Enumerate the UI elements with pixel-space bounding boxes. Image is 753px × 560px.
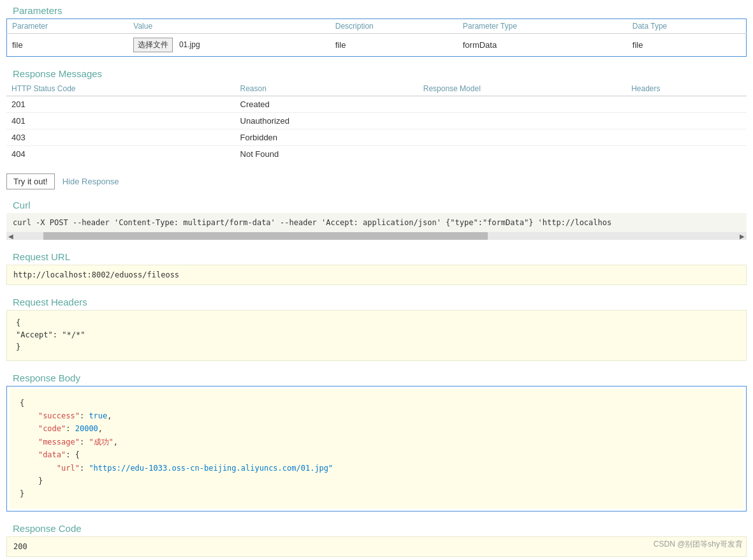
json-line6: "url": "https://edu-1033.oss-cn-beijing.…	[20, 462, 733, 475]
parameters-table: Parameter Value Description Parameter Ty…	[6, 18, 747, 57]
json-line2: "success": true,	[20, 409, 733, 422]
col-data-type: Data Type	[627, 19, 747, 34]
table-row: file 选择文件 01.jpg file formData file	[7, 34, 747, 57]
col-reason: Reason	[235, 82, 418, 96]
response-body-heading: Response Body	[6, 367, 747, 386]
col-status-code: HTTP Status Code	[6, 82, 235, 96]
try-it-button[interactable]: Try it out!	[6, 173, 55, 189]
reason: Forbidden	[235, 129, 418, 146]
param-data-type: file	[627, 34, 747, 57]
watermark: CSDN @别团等shy哥发育	[654, 539, 743, 550]
param-description: file	[330, 34, 458, 57]
col-description: Description	[330, 19, 458, 34]
request-url-section: Request URL http://localhost:8002/eduoss…	[0, 246, 753, 291]
request-url-box: http://localhost:8002/eduoss/fileoss	[6, 265, 747, 285]
curl-heading: Curl	[6, 195, 747, 213]
curl-box: curl -X POST --header 'Content-Type: mul…	[6, 213, 747, 232]
parameters-section: Parameters Parameter Value Description P…	[0, 0, 753, 63]
response-model	[418, 129, 626, 146]
response-body-box: { "success": true, "code": 20000, "messa…	[10, 389, 743, 508]
scroll-right-icon[interactable]: ▶	[738, 232, 747, 240]
response-model	[418, 113, 626, 129]
json-line1: {	[20, 397, 733, 409]
page-container: Parameters Parameter Value Description P…	[0, 0, 753, 560]
reason: Created	[235, 96, 418, 113]
parameters-heading: Parameters	[6, 0, 747, 18]
response-body-outer: { "success": true, "code": 20000, "messa…	[6, 386, 747, 512]
table-row: 201 Created	[6, 96, 747, 113]
choose-file-button[interactable]: 选择文件	[133, 38, 173, 52]
headers-line1: {	[16, 317, 737, 329]
status-code: 201	[6, 96, 235, 113]
scrollbar-thumb[interactable]	[43, 232, 488, 240]
response-messages-table: HTTP Status Code Reason Response Model H…	[6, 82, 747, 162]
hide-response-link[interactable]: Hide Response	[62, 177, 119, 186]
param-name: file	[7, 34, 129, 57]
reason: Unauthorized	[235, 113, 418, 129]
table-row: 403 Forbidden	[6, 129, 747, 146]
json-line4: "message": "成功",	[20, 436, 733, 448]
request-url-heading: Request URL	[6, 246, 747, 265]
table-row: 404 Not Found	[6, 146, 747, 163]
request-headers-section: Request Headers { "Accept": "*/*" }	[0, 291, 753, 367]
headers-line3: }	[16, 341, 737, 353]
request-headers-heading: Request Headers	[6, 291, 747, 310]
try-it-row: Try it out! Hide Response	[0, 168, 753, 195]
status-code: 403	[6, 129, 235, 146]
response-messages-heading: Response Messages	[6, 63, 747, 82]
response-code-heading: Response Code	[6, 518, 747, 536]
col-value: Value	[128, 19, 330, 34]
scroll-left-icon[interactable]: ◀	[6, 232, 15, 240]
headers-col	[626, 113, 747, 129]
col-headers: Headers	[626, 82, 747, 96]
param-type: formData	[458, 34, 627, 57]
response-body-section: Response Body { "success": true, "code":…	[0, 367, 753, 518]
response-messages-section: Response Messages HTTP Status Code Reaso…	[0, 63, 753, 168]
json-line8: }	[20, 487, 733, 500]
headers-col	[626, 129, 747, 146]
json-line3: "code": 20000,	[20, 422, 733, 435]
curl-scrollbar[interactable]: ◀ ▶	[6, 232, 747, 240]
param-value-cell: 选择文件 01.jpg	[128, 34, 330, 57]
reason: Not Found	[235, 146, 418, 163]
col-parameter: Parameter	[7, 19, 129, 34]
headers-col	[626, 146, 747, 163]
col-response-model: Response Model	[418, 82, 626, 96]
json-line5: "data": {	[20, 448, 733, 461]
request-headers-box: { "Accept": "*/*" }	[6, 310, 747, 361]
headers-col	[626, 96, 747, 113]
col-parameter-type: Parameter Type	[458, 19, 627, 34]
response-model	[418, 96, 626, 113]
json-line7: }	[20, 475, 733, 487]
response-model	[418, 146, 626, 163]
file-name-label: 01.jpg	[179, 40, 200, 49]
response-code-section: Response Code 200	[0, 518, 753, 560]
status-code: 404	[6, 146, 235, 163]
curl-section: Curl curl -X POST --header 'Content-Type…	[0, 195, 753, 246]
response-code-box: 200	[6, 536, 747, 557]
table-row: 401 Unauthorized	[6, 113, 747, 129]
headers-line2: "Accept": "*/*"	[16, 329, 737, 341]
status-code: 401	[6, 113, 235, 129]
